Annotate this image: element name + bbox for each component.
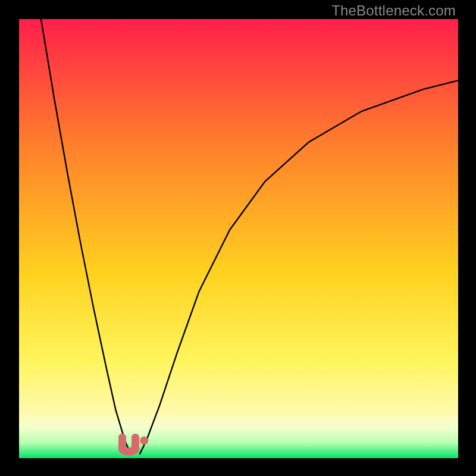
- marker-u-icon: [123, 437, 136, 452]
- outer-frame: TheBottleneck.com: [0, 0, 476, 476]
- curve-left-branch: [41, 19, 131, 454]
- watermark-label: TheBottleneck.com: [331, 2, 456, 19]
- marker-dot-icon: [140, 437, 148, 445]
- bottleneck-curve: [19, 19, 458, 458]
- curve-right-branch: [140, 80, 458, 453]
- plot-area: [19, 19, 458, 458]
